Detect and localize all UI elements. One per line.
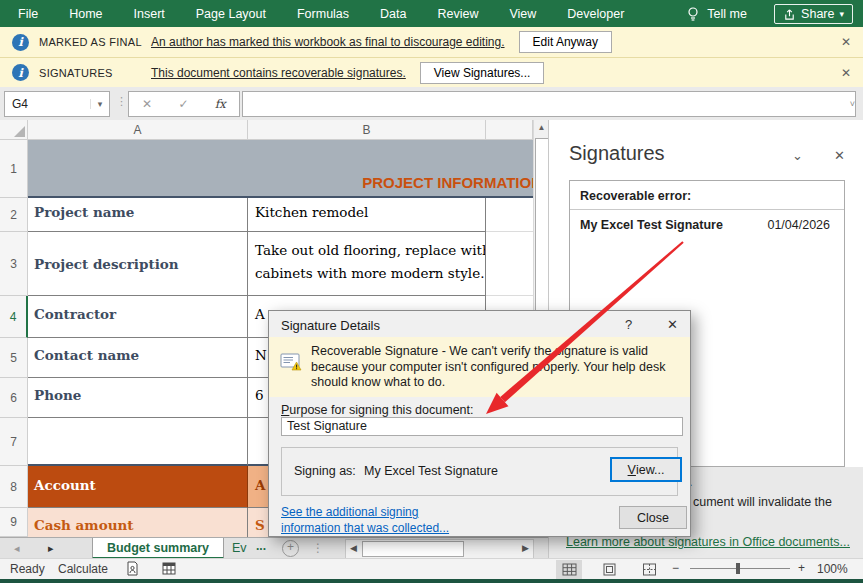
share-icon bbox=[783, 8, 796, 21]
column-header-c[interactable] bbox=[486, 120, 533, 140]
tab-page-layout[interactable]: Page Layout bbox=[196, 7, 266, 21]
row-header-2[interactable]: 2 bbox=[0, 198, 28, 232]
sheet-nav-left-icon[interactable]: ◂ bbox=[14, 542, 20, 555]
view-mnemonic: V bbox=[628, 463, 636, 477]
close-button[interactable]: Close bbox=[619, 506, 687, 529]
cell-a4-contractor[interactable]: Contractor bbox=[28, 296, 248, 338]
zoom-slider-thumb[interactable] bbox=[736, 563, 740, 574]
learn-more-link[interactable]: Learn more about signatures in Office do… bbox=[566, 535, 850, 549]
scroll-left-icon[interactable]: ◀ bbox=[350, 543, 357, 553]
sheet-tab-ev[interactable]: Ev bbox=[232, 541, 247, 555]
horizontal-scrollbar[interactable]: ◀ ▶ bbox=[345, 539, 534, 559]
expand-formula-bar-icon[interactable]: ˅ bbox=[850, 99, 855, 109]
tab-developer[interactable]: Developer bbox=[567, 7, 624, 21]
tab-review[interactable]: Review bbox=[437, 7, 478, 21]
name-box-value: G4 bbox=[5, 97, 90, 111]
ribbon: File Home Insert Page Layout Formulas Da… bbox=[0, 0, 863, 27]
cell-c3[interactable] bbox=[486, 232, 533, 296]
column-header-a[interactable]: A bbox=[28, 120, 248, 140]
status-calculate[interactable]: Calculate bbox=[58, 562, 108, 576]
cell-a1-project-information[interactable]: PROJECT INFORMATION bbox=[28, 140, 533, 198]
status-ready: Ready bbox=[10, 562, 45, 576]
formula-input[interactable] bbox=[242, 91, 856, 117]
edit-anyway-button[interactable]: Edit Anyway bbox=[519, 31, 612, 53]
view-signatures-button[interactable]: View Signatures... bbox=[420, 62, 545, 84]
row-header-1[interactable]: 1 bbox=[0, 140, 28, 198]
cell-a5-contact-name[interactable]: Contact name bbox=[28, 338, 248, 378]
tab-view[interactable]: View bbox=[509, 7, 536, 21]
zoom-out-button[interactable]: − bbox=[672, 561, 679, 575]
name-box[interactable]: G4 ▾ bbox=[4, 91, 110, 117]
tab-strip-divider: ⋮ bbox=[312, 541, 324, 555]
name-box-dropdown-icon[interactable]: ▾ bbox=[90, 99, 109, 109]
purpose-input[interactable]: Test Signature bbox=[281, 417, 683, 436]
signature-name: My Excel Test Signature bbox=[580, 218, 723, 232]
zoom-level[interactable]: 100% bbox=[817, 562, 848, 576]
close-signatures-bar-icon[interactable]: ✕ bbox=[841, 66, 851, 80]
recoverable-error-heading: Recoverable error: bbox=[570, 181, 844, 210]
row-header-8[interactable]: 8 bbox=[0, 466, 28, 508]
pane-close-icon[interactable]: ✕ bbox=[834, 148, 845, 163]
row-header-7[interactable]: 7 bbox=[0, 418, 28, 466]
share-button[interactable]: Share ▾ bbox=[774, 4, 853, 24]
signature-entry[interactable]: My Excel Test Signature 01/04/2026 bbox=[570, 210, 844, 232]
cell-a2-project-name[interactable]: Project name bbox=[28, 198, 248, 232]
cell-c2[interactable] bbox=[486, 198, 533, 232]
close-final-bar-icon[interactable]: ✕ bbox=[841, 35, 851, 49]
signing-as-label: Signing as: bbox=[294, 464, 356, 478]
view-button[interactable]: View... bbox=[610, 457, 682, 482]
enter-icon[interactable]: ✓ bbox=[178, 97, 188, 111]
new-sheet-icon[interactable]: + bbox=[282, 540, 299, 557]
tab-formulas[interactable]: Formulas bbox=[297, 7, 349, 21]
row-header-5[interactable]: 5 bbox=[0, 338, 28, 378]
signatures-bar: i SIGNATURES This document contains reco… bbox=[0, 58, 863, 88]
sheet-tab-budget-summary[interactable]: Budget summary bbox=[92, 538, 224, 559]
scroll-right-icon[interactable]: ▶ bbox=[522, 543, 529, 553]
row-header-9[interactable]: 9 bbox=[0, 508, 28, 537]
dialog-close-icon[interactable]: ✕ bbox=[667, 317, 678, 332]
column-header-b[interactable]: B bbox=[248, 120, 486, 140]
insert-function-icon[interactable]: fx bbox=[215, 97, 226, 111]
page-layout-view-icon[interactable] bbox=[596, 560, 622, 579]
cell-b2-kitchen-remodel[interactable]: Kitchen remodel bbox=[248, 198, 486, 232]
tab-home[interactable]: Home bbox=[69, 7, 102, 21]
dialog-help-icon[interactable]: ? bbox=[625, 317, 632, 332]
cell-a6-phone[interactable]: Phone bbox=[28, 378, 248, 418]
row-header-6[interactable]: 6 bbox=[0, 378, 28, 418]
signatures-bar-label: SIGNATURES bbox=[39, 67, 151, 79]
cancel-icon[interactable]: ✕ bbox=[142, 97, 152, 111]
cell-a3-project-description[interactable]: Project description bbox=[28, 232, 248, 296]
row-header-4-active[interactable]: 4 bbox=[0, 296, 28, 338]
horizontal-scrollbar-thumb[interactable] bbox=[362, 541, 464, 557]
select-all-triangle-icon bbox=[14, 126, 25, 137]
accessibility-checker-icon[interactable] bbox=[126, 561, 139, 579]
row-header-3[interactable]: 3 bbox=[0, 232, 28, 296]
tab-data[interactable]: Data bbox=[380, 7, 406, 21]
sheet-tab-strip: ◂ ▸ Budget summary Ev ... + ⋮ ◀ ▶ bbox=[0, 537, 548, 559]
normal-view-icon[interactable] bbox=[556, 560, 582, 579]
scroll-up-icon[interactable]: ▲ bbox=[534, 120, 549, 136]
description-line-2: cabinets with more modern style. Finish … bbox=[255, 265, 485, 281]
cell-b3-description[interactable]: Take out old flooring, replace with new … bbox=[248, 232, 486, 296]
page-break-preview-icon[interactable] bbox=[636, 560, 662, 579]
select-all-corner[interactable] bbox=[0, 120, 28, 140]
zoom-slider[interactable] bbox=[690, 568, 790, 569]
tab-file[interactable]: File bbox=[18, 7, 38, 21]
tell-me[interactable]: Tell me bbox=[686, 6, 747, 22]
view-label-rest: iew... bbox=[636, 463, 665, 477]
purpose-label-rest: urpose for signing this document: bbox=[289, 403, 473, 417]
cell-a9-cash-amount[interactable]: Cash amount bbox=[28, 508, 248, 537]
pane-chevron-down-icon[interactable]: ⌄ bbox=[792, 148, 803, 163]
tab-insert[interactable]: Insert bbox=[134, 7, 165, 21]
zoom-in-button[interactable]: + bbox=[798, 561, 805, 575]
macro-record-icon[interactable] bbox=[162, 562, 176, 578]
dialog-title: Signature Details bbox=[281, 318, 380, 333]
sheet-tab-overflow[interactable]: ... bbox=[256, 539, 266, 553]
signature-date: 01/04/2026 bbox=[767, 218, 830, 232]
signing-as-group: Signing as: My Excel Test Signature View… bbox=[281, 447, 678, 496]
sheet-nav-right-icon[interactable]: ▸ bbox=[48, 542, 54, 555]
additional-signing-info-link[interactable]: See the additional signing information t… bbox=[281, 505, 449, 536]
formula-bar-divider: ⋮ bbox=[116, 95, 127, 108]
cell-a8-account[interactable]: Account bbox=[28, 466, 248, 508]
cell-a7[interactable] bbox=[28, 418, 248, 466]
